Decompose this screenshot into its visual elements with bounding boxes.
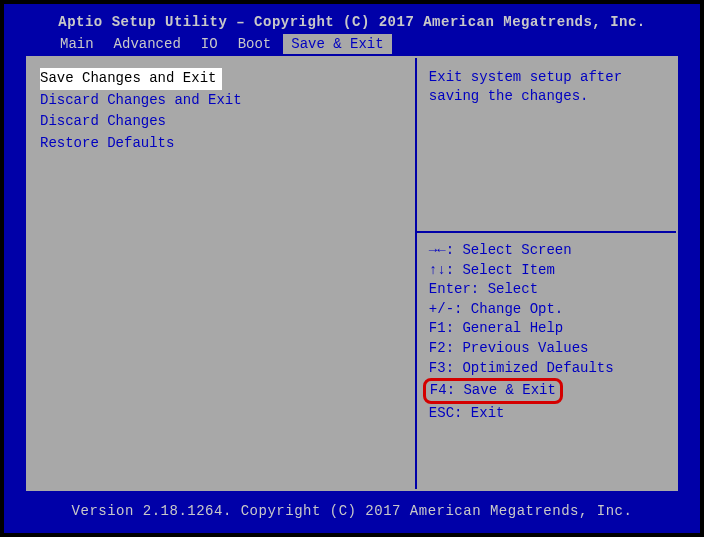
menu-discard-changes[interactable]: Discard Changes <box>40 111 403 133</box>
tab-boot[interactable]: Boot <box>230 34 280 54</box>
bios-footer: Version 2.18.1264. Copyright (C) 2017 Am… <box>4 495 700 533</box>
tab-bar: Main Advanced IO Boot Save & Exit <box>4 34 700 54</box>
tab-io[interactable]: IO <box>193 34 226 54</box>
key-f3: F3: Optimized Defaults <box>429 359 664 379</box>
menu-discard-changes-exit[interactable]: Discard Changes and Exit <box>40 90 403 112</box>
bios-title: Aptio Setup Utility – Copyright (C) 2017… <box>4 4 700 34</box>
tab-advanced[interactable]: Advanced <box>106 34 189 54</box>
menu-save-changes-exit[interactable]: Save Changes and Exit <box>40 68 222 90</box>
menu-restore-defaults[interactable]: Restore Defaults <box>40 133 403 155</box>
key-enter: Enter: Select <box>429 280 664 300</box>
menu-panel: Save Changes and Exit Discard Changes an… <box>28 58 417 489</box>
key-help-list: →←: Select Screen ↑↓: Select Item Enter:… <box>417 233 676 431</box>
key-change-opt: +/-: Change Opt. <box>429 300 664 320</box>
key-f1: F1: General Help <box>429 319 664 339</box>
key-select-item: ↑↓: Select Item <box>429 261 664 281</box>
bios-window: Aptio Setup Utility – Copyright (C) 2017… <box>0 0 704 537</box>
content-area: Save Changes and Exit Discard Changes an… <box>26 56 678 491</box>
help-description: Exit system setup after saving the chang… <box>417 58 676 233</box>
tab-main[interactable]: Main <box>52 34 102 54</box>
key-select-screen: →←: Select Screen <box>429 241 664 261</box>
highlight-annotation: F4: Save & Exit <box>423 378 563 404</box>
key-f4-highlight: F4: Save & Exit <box>429 378 664 404</box>
key-esc: ESC: Exit <box>429 404 664 424</box>
tab-save-exit[interactable]: Save & Exit <box>283 34 391 54</box>
key-f2: F2: Previous Values <box>429 339 664 359</box>
help-panel: Exit system setup after saving the chang… <box>417 58 676 489</box>
